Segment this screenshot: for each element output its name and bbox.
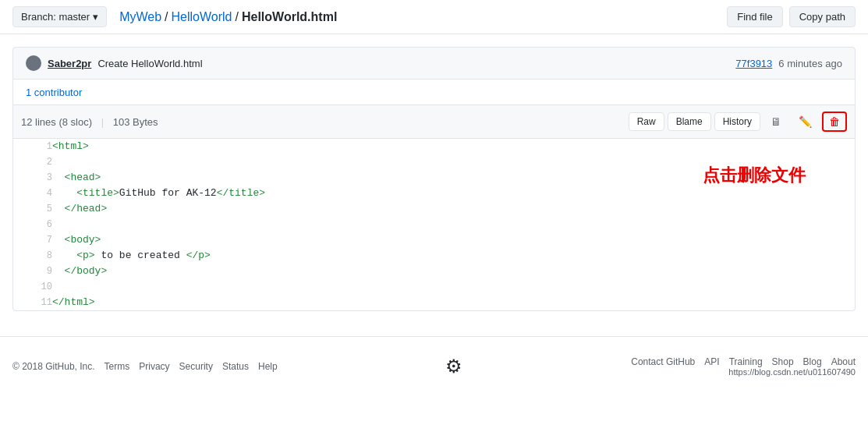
line-number: 8	[13, 248, 52, 264]
file-lines: 12 lines (8 sloc)	[21, 116, 92, 128]
table-row: 5 </head>	[13, 201, 855, 217]
table-row: 10	[13, 279, 855, 295]
footer-watermark: https://blog.csdn.net/u011607490	[631, 367, 856, 377]
contributor-link[interactable]: 1 contributor	[26, 87, 82, 98]
breadcrumb-sep2: /	[236, 10, 239, 24]
line-number: 3	[13, 170, 52, 186]
line-code	[52, 279, 855, 295]
breadcrumb-owner[interactable]: MyWeb	[119, 10, 161, 24]
line-code: <body>	[52, 232, 855, 248]
contributor-label: contributor	[34, 87, 82, 98]
file-size: 103 Bytes	[113, 116, 158, 128]
line-code: <html>	[52, 139, 855, 154]
github-logo-icon: ⚙	[445, 356, 462, 377]
table-row: 1<html>	[13, 139, 855, 154]
footer-center: ⚙	[445, 356, 462, 377]
branch-arrow-icon: ▾	[93, 11, 98, 23]
commit-bar: Saber2pr Create HelloWorld.html 77f3913 …	[12, 47, 856, 80]
line-code: <p> to be created </p>	[52, 248, 855, 264]
table-row: 4 <title>GitHub for AK-12</title>	[13, 186, 855, 201]
line-number: 11	[13, 295, 52, 310]
file-info-sep: |	[101, 116, 104, 128]
desktop-icon: 🖥	[771, 115, 781, 128]
table-row: 2	[13, 154, 855, 170]
table-row: 3 <head>	[13, 170, 855, 186]
table-row: 11</html>	[13, 295, 855, 310]
commit-author[interactable]: Saber2pr	[48, 58, 91, 69]
line-number: 6	[13, 217, 52, 232]
file-info: 12 lines (8 sloc) | 103 Bytes	[21, 116, 158, 128]
commit-left: Saber2pr Create HelloWorld.html	[26, 55, 203, 71]
footer-terms[interactable]: Terms	[105, 361, 130, 372]
footer-training[interactable]: Training	[729, 356, 763, 367]
raw-button[interactable]: Raw	[629, 112, 664, 131]
table-row: 8 <p> to be created </p>	[13, 248, 855, 264]
line-code	[52, 154, 855, 170]
footer-about[interactable]: About	[831, 356, 856, 367]
line-number: 4	[13, 186, 52, 201]
breadcrumb-sep1: /	[165, 10, 168, 24]
top-actions: Find file Copy path	[727, 6, 856, 27]
top-bar: Branch: master ▾ MyWeb / HelloWorld / He…	[0, 0, 868, 34]
footer-status[interactable]: Status	[222, 361, 249, 372]
copy-path-button[interactable]: Copy path	[789, 6, 856, 27]
delete-icon-button[interactable]: 🗑	[822, 112, 847, 132]
footer-privacy[interactable]: Privacy	[139, 361, 169, 372]
pencil-icon: ✏️	[799, 115, 812, 128]
footer-right-wrapper: Contact GitHub API Training Shop Blog Ab…	[631, 356, 856, 377]
line-number: 7	[13, 232, 52, 248]
footer-help[interactable]: Help	[258, 361, 278, 372]
commit-message: Create HelloWorld.html	[97, 58, 202, 69]
contributor-bar: 1 contributor	[12, 80, 856, 104]
footer-security[interactable]: Security	[179, 361, 213, 372]
line-number: 2	[13, 154, 52, 170]
file-actions: Raw Blame History 🖥 ✏️ 🗑	[629, 112, 847, 132]
branch-selector[interactable]: Branch: master ▾	[12, 6, 107, 27]
file-header: 12 lines (8 sloc) | 103 Bytes Raw Blame …	[13, 105, 855, 139]
line-code: </html>	[52, 295, 855, 310]
code-table: 1<html>23 <head>4 <title>GitHub for AK-1…	[13, 139, 855, 310]
file-container: 12 lines (8 sloc) | 103 Bytes Raw Blame …	[12, 104, 856, 311]
line-code: </head>	[52, 201, 855, 217]
breadcrumb: MyWeb / HelloWorld / HelloWorld.html	[119, 10, 337, 24]
commit-sha[interactable]: 77f3913	[735, 58, 772, 69]
footer-copyright: © 2018 GitHub, Inc.	[12, 361, 95, 372]
line-number: 5	[13, 201, 52, 217]
line-number: 9	[13, 264, 52, 279]
footer-right: Contact GitHub API Training Shop Blog Ab…	[631, 356, 856, 367]
footer-api[interactable]: API	[704, 356, 719, 367]
table-row: 6	[13, 217, 855, 232]
line-number: 1	[13, 139, 52, 154]
footer-shop[interactable]: Shop	[772, 356, 794, 367]
history-button[interactable]: History	[714, 112, 760, 131]
commit-right: 77f3913 6 minutes ago	[735, 58, 842, 69]
avatar	[26, 55, 41, 71]
contributor-count: 1	[26, 87, 31, 98]
find-file-button[interactable]: Find file	[727, 6, 783, 27]
line-code: <head>	[52, 170, 855, 186]
line-code	[52, 217, 855, 232]
table-row: 7 <body>	[13, 232, 855, 248]
footer-contact[interactable]: Contact GitHub	[631, 356, 695, 367]
commit-time: 6 minutes ago	[778, 58, 842, 69]
breadcrumb-repo[interactable]: HelloWorld	[172, 10, 232, 24]
trash-icon: 🗑	[829, 115, 840, 128]
line-code: <title>GitHub for AK-12</title>	[52, 186, 855, 201]
footer-left: © 2018 GitHub, Inc. Terms Privacy Securi…	[12, 361, 278, 372]
line-number: 10	[13, 279, 52, 295]
table-row: 9 </body>	[13, 264, 855, 279]
breadcrumb-file: HelloWorld.html	[242, 10, 337, 24]
footer-blog[interactable]: Blog	[803, 356, 822, 367]
branch-label: Branch: master	[21, 11, 90, 23]
blame-button[interactable]: Blame	[668, 112, 711, 131]
desktop-icon-button[interactable]: 🖥	[763, 112, 788, 132]
footer: © 2018 GitHub, Inc. Terms Privacy Securi…	[0, 336, 868, 390]
edit-icon-button[interactable]: ✏️	[792, 112, 819, 132]
line-code: </body>	[52, 264, 855, 279]
